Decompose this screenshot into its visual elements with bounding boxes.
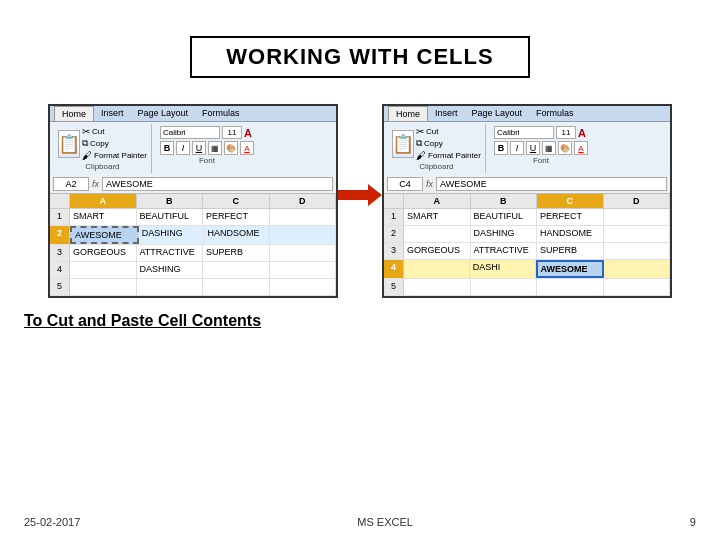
cell-4C-left[interactable] [203, 262, 270, 278]
border-button-left[interactable]: ▦ [208, 141, 222, 155]
font-increase-right[interactable]: A [578, 127, 586, 139]
font-increase-left[interactable]: A [244, 127, 252, 139]
copy-button-right[interactable]: ⧉ Copy [416, 138, 481, 149]
bold-button-right[interactable]: B [494, 141, 508, 155]
cell-2A-right[interactable] [404, 226, 471, 242]
cell-4B-left[interactable]: DASHING [137, 262, 204, 278]
cell-3B-right[interactable]: ATTRACTIVE [471, 243, 538, 259]
font-size-right[interactable]: 11 [556, 126, 576, 139]
cell-2D-right[interactable] [604, 226, 671, 242]
cell-5A-right[interactable] [404, 279, 471, 295]
cell-4D-left[interactable] [270, 262, 337, 278]
cell-3A-right[interactable]: GORGEOUS [404, 243, 471, 259]
tab-formulas-left[interactable]: Formulas [195, 106, 247, 121]
row-num-3-left: 3 [50, 245, 70, 261]
cell-1B-left[interactable]: BEAUTIFUL [137, 209, 204, 225]
cell-5C-right[interactable] [537, 279, 604, 295]
col-header-D-left[interactable]: D [270, 194, 337, 208]
cell-4A-left[interactable] [70, 262, 137, 278]
cell-2D-left[interactable] [270, 226, 336, 244]
cell-1D-right[interactable] [604, 209, 671, 225]
excel-window-right: Home Insert Page Layout Formulas 📋 ✂ Cut [382, 104, 672, 298]
tab-insert-left[interactable]: Insert [94, 106, 131, 121]
italic-button-left[interactable]: I [176, 141, 190, 155]
clipboard-group-right: 📋 ✂ Cut ⧉ Copy 🖌 Format Pai [388, 124, 486, 173]
tab-page-layout-right[interactable]: Page Layout [465, 106, 530, 121]
font-color-button-right[interactable]: A [574, 141, 588, 155]
cell-1A-right[interactable]: SMART [404, 209, 471, 225]
cell-1B-right[interactable]: BEAUTIFUL [471, 209, 538, 225]
underline-button-left[interactable]: U [192, 141, 206, 155]
format-painter-button-right[interactable]: 🖌 Format Painter [416, 150, 481, 161]
col-header-B-left[interactable]: B [137, 194, 204, 208]
formula-input-right[interactable]: AWESOME [436, 177, 667, 191]
cell-5C-left[interactable] [203, 279, 270, 295]
cell-3A-left[interactable]: GORGEOUS [70, 245, 137, 261]
paste-button-right[interactable]: 📋 [392, 130, 414, 158]
cell-3D-left[interactable] [270, 245, 337, 261]
cell-1A-left[interactable]: SMART [70, 209, 137, 225]
cell-4D-right[interactable] [604, 260, 670, 278]
col-header-C-right[interactable]: C [537, 194, 604, 208]
font-color-button-left[interactable]: A [240, 141, 254, 155]
cell-1C-left[interactable]: PERFECT [203, 209, 270, 225]
tab-home-right[interactable]: Home [388, 106, 428, 121]
row-num-header-right [384, 194, 404, 208]
cell-2C-right[interactable]: HANDSOME [537, 226, 604, 242]
cell-3D-right[interactable] [604, 243, 671, 259]
row-num-4-right: 4 [384, 260, 404, 278]
cell-1C-right[interactable]: PERFECT [537, 209, 604, 225]
ribbon-tabs-right: Home Insert Page Layout Formulas [384, 106, 670, 122]
cell-2B-left[interactable]: DASHING [139, 226, 205, 244]
ribbon-tabs-left: Home Insert Page Layout Formulas [50, 106, 336, 122]
paste-button-left[interactable]: 📋 [58, 130, 80, 158]
tab-insert-right[interactable]: Insert [428, 106, 465, 121]
cell-4B-right[interactable]: DASHI [470, 260, 536, 278]
formula-input-left[interactable]: AWESOME [102, 177, 333, 191]
grid-row-1-left: 1 SMART BEAUTIFUL PERFECT [50, 209, 336, 226]
cell-4A-right[interactable] [404, 260, 470, 278]
col-header-A-left[interactable]: A [70, 194, 137, 208]
col-header-A-right[interactable]: A [404, 194, 471, 208]
format-painter-button-left[interactable]: 🖌 Format Painter [82, 150, 147, 161]
cell-5A-left[interactable] [70, 279, 137, 295]
font-name-right[interactable]: Calibri [494, 126, 554, 139]
row-num-1-right: 1 [384, 209, 404, 225]
copy-button-left[interactable]: ⧉ Copy [82, 138, 147, 149]
fill-button-right[interactable]: 🎨 [558, 141, 572, 155]
cell-2C-left[interactable]: HANDSOME [205, 226, 271, 244]
italic-button-right[interactable]: I [510, 141, 524, 155]
cell-3B-left[interactable]: ATTRACTIVE [137, 245, 204, 261]
fill-button-left[interactable]: 🎨 [224, 141, 238, 155]
col-header-D-right[interactable]: D [604, 194, 671, 208]
tab-formulas-right[interactable]: Formulas [529, 106, 581, 121]
cell-4C-right[interactable]: AWESOME [536, 260, 605, 278]
border-button-right[interactable]: ▦ [542, 141, 556, 155]
cut-button-right[interactable]: ✂ Cut [416, 126, 481, 137]
cell-5D-right[interactable] [604, 279, 671, 295]
font-name-left[interactable]: Calibri [160, 126, 220, 139]
formula-bar-left: A2 fx AWESOME [50, 175, 336, 194]
cell-5D-left[interactable] [270, 279, 337, 295]
grid-row-4-left: 4 DASHING [50, 262, 336, 279]
tab-page-layout-left[interactable]: Page Layout [131, 106, 196, 121]
cell-2A-left[interactable]: AWESOME [70, 226, 139, 244]
cell-1D-left[interactable] [270, 209, 337, 225]
cell-ref-right[interactable]: C4 [387, 177, 423, 191]
font-size-left[interactable]: 11 [222, 126, 242, 139]
bold-button-left[interactable]: B [160, 141, 174, 155]
underline-button-right[interactable]: U [526, 141, 540, 155]
format-painter-label-left: Format Painter [94, 151, 147, 160]
excel-window-left: Home Insert Page Layout Formulas 📋 ✂ Cut [48, 104, 338, 298]
tab-home-left[interactable]: Home [54, 106, 94, 121]
cell-5B-right[interactable] [471, 279, 538, 295]
cell-2B-right[interactable]: DASHING [471, 226, 538, 242]
cell-5B-left[interactable] [137, 279, 204, 295]
col-header-C-left[interactable]: C [203, 194, 270, 208]
cell-ref-left[interactable]: A2 [53, 177, 89, 191]
cell-3C-right[interactable]: SUPERB [537, 243, 604, 259]
cut-button-left[interactable]: ✂ Cut [82, 126, 147, 137]
clipboard-content-right: 📋 ✂ Cut ⧉ Copy 🖌 Format Pai [392, 126, 481, 161]
col-header-B-right[interactable]: B [471, 194, 538, 208]
cell-3C-left[interactable]: SUPERB [203, 245, 270, 261]
